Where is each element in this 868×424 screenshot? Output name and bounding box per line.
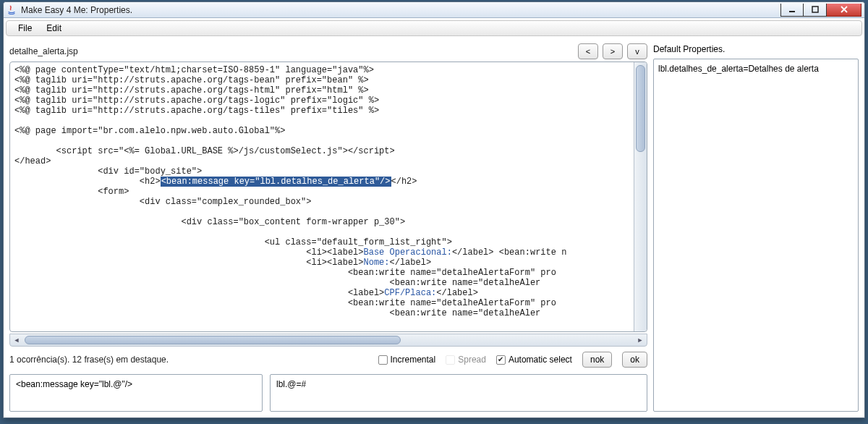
- status-text: 1 ocorrência(s). 12 frase(s) em destaque…: [9, 355, 169, 365]
- menu-edit[interactable]: Edit: [41, 22, 67, 35]
- window-controls: [780, 4, 861, 17]
- scrollbar-thumb[interactable]: [636, 65, 645, 152]
- minimize-button[interactable]: [780, 4, 804, 17]
- horizontal-scrollbar[interactable]: ◄ ►: [9, 334, 647, 347]
- output-input[interactable]: lbl.@=#: [270, 374, 647, 412]
- menu-file[interactable]: File: [12, 22, 38, 35]
- code-editor[interactable]: <%@ page contentType="text/html;charset=…: [9, 62, 647, 332]
- java-icon: [7, 5, 17, 15]
- automatic-select-checkbox[interactable]: Automatic select: [496, 355, 572, 365]
- close-button[interactable]: [827, 4, 861, 17]
- nok-button[interactable]: nok: [582, 352, 612, 368]
- menubar: File Edit: [6, 20, 862, 36]
- properties-list[interactable]: lbl.detalhes_de_alerta=Detalhes de alert…: [653, 59, 859, 412]
- scrollbar-thumb[interactable]: [25, 336, 401, 344]
- pattern-input[interactable]: <bean:message key="lbl.@"/>: [9, 374, 263, 412]
- default-properties-title: Default Properties.: [653, 41, 859, 59]
- ok-button[interactable]: ok: [622, 352, 647, 368]
- property-entry: lbl.detalhes_de_alerta=Detalhes de alert…: [658, 64, 854, 74]
- vertical-scrollbar[interactable]: [634, 62, 647, 331]
- titlebar: Make Easy 4 Me: Properties.: [4, 2, 864, 18]
- spread-checkbox: Spread: [446, 355, 486, 365]
- nav-down-button[interactable]: v: [627, 43, 647, 59]
- incremental-checkbox[interactable]: Incremental: [378, 355, 436, 365]
- nav-back-button[interactable]: <: [578, 43, 598, 59]
- svg-rect-1: [812, 7, 818, 12]
- svg-rect-0: [789, 11, 795, 12]
- app-window: Make Easy 4 Me: Properties. File Edit de…: [3, 1, 865, 418]
- nav-forward-button[interactable]: >: [603, 43, 623, 59]
- scroll-right-icon[interactable]: ►: [634, 334, 647, 346]
- window-title: Make Easy 4 Me: Properties.: [21, 5, 132, 15]
- scroll-left-icon[interactable]: ◄: [10, 334, 23, 346]
- filename-label: detalhe_alerta.jsp: [9, 46, 78, 56]
- highlighted-selection: <bean:message key="lbl.detalhes_de_alert…: [161, 177, 391, 187]
- maximize-button[interactable]: [804, 4, 827, 17]
